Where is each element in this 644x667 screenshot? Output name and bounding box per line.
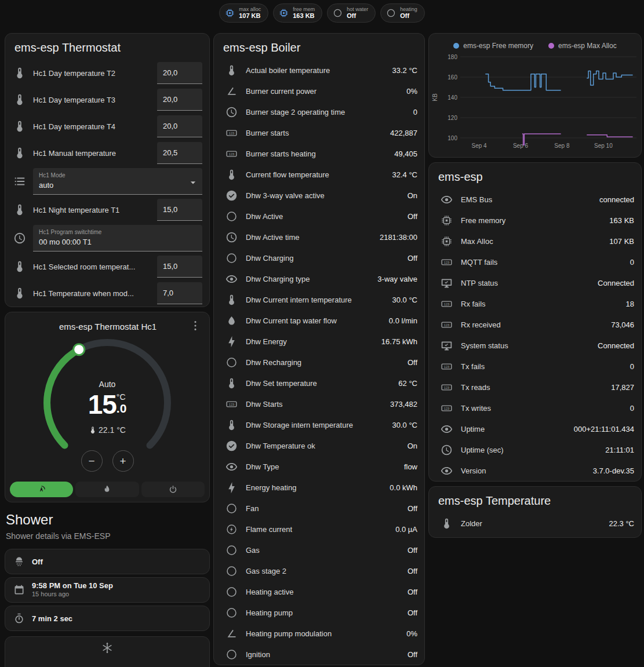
attribute-row[interactable]: Gas stage 2Off	[214, 560, 424, 581]
cold-shot-card[interactable]	[5, 636, 210, 667]
attribute-row[interactable]: Burner current power0%	[214, 81, 424, 101]
attribute-row[interactable]: Dhw Current tap water flow0.0 l/min	[214, 310, 424, 331]
number-entity-row[interactable]: Hc1 Day temperature T220,0	[5, 60, 209, 86]
attribute-row[interactable]: Dhw Current intern temperature30.0 °C	[214, 289, 424, 310]
temp-increase-button[interactable]: +	[112, 450, 134, 472]
select-entity-row[interactable]: Hc1 Modeauto	[5, 166, 209, 196]
attribute-row[interactable]: 123Burner starts422,887	[214, 122, 424, 143]
attribute-row[interactable]: Uptime000+21:11:01.434	[429, 418, 641, 439]
hvac-mode-heat-button[interactable]	[75, 482, 139, 497]
number-entity-row[interactable]: Hc1 Selected room temperat...15,0	[5, 253, 209, 280]
number-input[interactable]: 20,0	[157, 62, 202, 84]
attribute-row[interactable]: System statusConnected	[429, 335, 641, 356]
attribute-row[interactable]: Dhw Typeflow	[214, 456, 424, 477]
number-input[interactable]: 20,5	[157, 142, 202, 164]
temp-decrease-button[interactable]: −	[81, 450, 103, 472]
attribute-value: On	[407, 191, 417, 200]
text-entity-row[interactable]: Hc1 Program switchtime00 mo 00:00 T1	[5, 223, 209, 253]
entity-label: Hc1 Manual temperature	[33, 149, 150, 158]
attribute-row[interactable]: 123Rx received73,046	[429, 314, 641, 335]
attribute-label: Flame current	[246, 525, 387, 534]
attribute-value: 163 KB	[609, 216, 634, 225]
dots-vertical-icon-slot	[189, 319, 202, 332]
number-input[interactable]: 15,0	[157, 199, 202, 221]
attribute-row[interactable]: Dhw Set temperature62 °C	[214, 373, 424, 393]
status-badge[interactable]: free mem163 KB	[273, 3, 322, 23]
attribute-row[interactable]: 123Tx writes0	[429, 398, 641, 418]
attribute-label: Dhw Current tap water flow	[246, 316, 381, 325]
chart-legend: ems-esp Free memoryems-esp Max Alloc	[429, 34, 641, 50]
more-options-button[interactable]	[188, 319, 202, 333]
number-entity-row[interactable]: Hc1 Manual temperature20,5	[5, 140, 209, 166]
attribute-row[interactable]: NTP statusConnected	[429, 272, 641, 293]
text-input[interactable]: Hc1 Program switchtime00 mo 00:00 T1	[33, 225, 202, 252]
attribute-row[interactable]: Dhw RechargingOff	[214, 352, 424, 373]
shower-duration-card[interactable]: 7 min 2 sec	[5, 606, 210, 631]
status-badge[interactable]: heatingOff	[380, 3, 425, 23]
svg-text:123: 123	[444, 365, 449, 368]
shower-timestamp-card[interactable]: 9:58 PM on Tue 10 Sep 15 hours ago	[5, 577, 210, 603]
mode-select[interactable]: Hc1 Modeauto	[33, 168, 202, 195]
attribute-row[interactable]: Max Alloc107 KB	[429, 231, 641, 252]
attribute-row[interactable]: 123Tx fails0	[429, 356, 641, 377]
number-entity-row[interactable]: Hc1 Day temperature T320,0	[5, 86, 209, 113]
attribute-row[interactable]: IgnitionOff	[214, 644, 424, 665]
snowflake-icon-slot	[101, 642, 114, 654]
attribute-row[interactable]: Dhw Active time2181:38:00	[214, 227, 424, 247]
number-entity-row[interactable]: Hc1 Temperature when mod...7,0	[5, 280, 209, 307]
attribute-row[interactable]: 123Dhw Starts373,482	[214, 393, 424, 414]
attribute-row[interactable]: FanOff	[214, 498, 424, 519]
number-entity-row[interactable]: Hc1 Day temperature T420,0	[5, 113, 209, 140]
attribute-row[interactable]: Current flow temperature32.4 °C	[214, 164, 424, 185]
attribute-value: Connected	[598, 279, 634, 287]
hvac-mode-off-button[interactable]	[141, 482, 205, 497]
attribute-row[interactable]: Version3.7.0-dev.35	[429, 460, 641, 481]
attribute-label: System status	[461, 341, 590, 350]
svg-text:123: 123	[444, 260, 449, 264]
attribute-row[interactable]: Zolder22.3 °C	[429, 513, 641, 534]
status-badge[interactable]: max alloc107 KB	[219, 3, 268, 23]
attribute-row[interactable]: Energy heating0.0 kWh	[214, 477, 424, 498]
attribute-row[interactable]: Flame current0.0 µA	[214, 519, 424, 540]
eye-icon	[441, 423, 453, 435]
attribute-row[interactable]: Dhw Energy16.75 kWh	[214, 331, 424, 352]
shower-section-title: Shower	[6, 512, 210, 528]
shower-state-card[interactable]: Off	[5, 549, 210, 574]
attribute-value: 0%	[406, 87, 417, 96]
attribute-row[interactable]: GasOff	[214, 540, 424, 560]
attribute-row[interactable]: Dhw ActiveOff	[214, 206, 424, 227]
attribute-row[interactable]: Uptime (sec)21:11:01	[429, 439, 641, 460]
attribute-label: Current flow temperature	[246, 170, 384, 179]
header-badges: max alloc107 KBfree mem163 KBhot waterOf…	[0, 3, 644, 23]
number-input[interactable]: 20,0	[157, 89, 202, 111]
attribute-row[interactable]: Dhw Charging type3-way valve	[214, 268, 424, 289]
attribute-row[interactable]: 123Tx reads17,827	[429, 377, 641, 398]
number-input[interactable]: 7,0	[157, 282, 202, 304]
timer-icon-slot	[13, 613, 25, 624]
attribute-row[interactable]: Dhw Storage intern temperature30.0 °C	[214, 414, 424, 435]
attribute-row[interactable]: 123MQTT fails0	[429, 252, 641, 272]
dial-handle[interactable]	[74, 344, 85, 355]
attribute-row[interactable]: 123Rx fails18	[429, 293, 641, 314]
attribute-label: MQTT fails	[461, 258, 622, 267]
attribute-row[interactable]: Dhw Temperature okOn	[214, 435, 424, 456]
attribute-row[interactable]: Heating pump modulation0%	[214, 623, 424, 644]
attribute-row[interactable]: Burner stage 2 operating time0	[214, 101, 424, 122]
attribute-row[interactable]: Dhw 3-way valve activeOn	[214, 185, 424, 206]
attribute-row[interactable]: Heating activeOff	[214, 581, 424, 602]
attribute-row[interactable]: 123Burner starts heating49,405	[214, 143, 424, 164]
attribute-row[interactable]: EMS Busconnected	[429, 189, 641, 210]
number-input[interactable]: 15,0	[157, 256, 202, 278]
svg-text:123: 123	[229, 152, 234, 155]
number-entity-row[interactable]: Hc1 Night temperature T115,0	[5, 196, 209, 223]
badge-value: Off	[347, 12, 368, 20]
number-input[interactable]: 20,0	[157, 115, 202, 137]
status-badge[interactable]: hot waterOff	[327, 3, 376, 23]
attribute-row[interactable]: Actual boiler temperature33.2 °C	[214, 60, 424, 81]
check-circle-icon	[225, 440, 238, 452]
attribute-row[interactable]: Dhw ChargingOff	[214, 247, 424, 268]
hvac-mode-auto-button[interactable]	[10, 482, 73, 497]
attribute-value: 62 °C	[398, 379, 417, 388]
attribute-row[interactable]: Free memory163 KB	[429, 210, 641, 231]
attribute-row[interactable]: Heating pumpOff	[214, 602, 424, 623]
